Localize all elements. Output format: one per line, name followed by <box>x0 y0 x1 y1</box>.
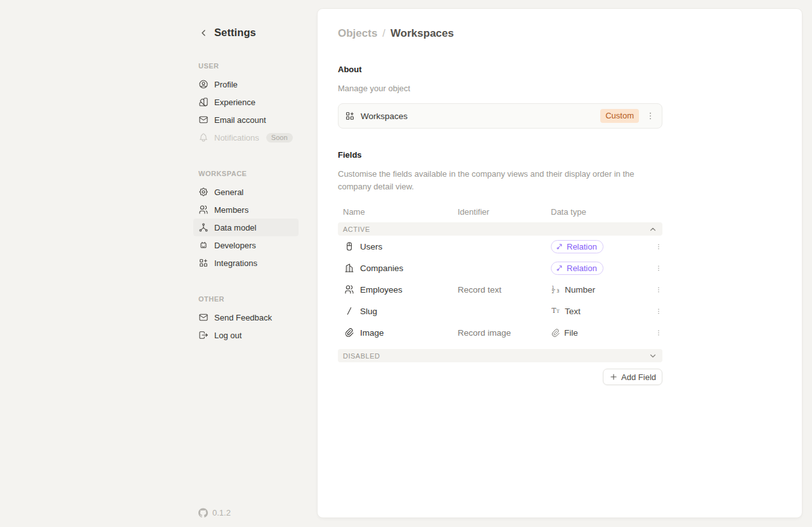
field-name: Employees <box>360 285 403 295</box>
users-icon <box>198 205 209 215</box>
group-bar-disabled[interactable]: DISABLED <box>338 349 662 362</box>
group-bar-active[interactable]: ACTIVE <box>338 222 662 236</box>
logout-icon <box>198 330 209 340</box>
breadcrumb-objects[interactable]: Objects <box>338 27 377 40</box>
table-row: Slug TT Text <box>338 300 662 322</box>
column-header-name: Name <box>338 207 458 217</box>
user-circle-icon <box>198 79 209 89</box>
github-icon <box>198 508 208 517</box>
breadcrumb-current: Workspaces <box>390 27 454 40</box>
chevron-up-icon[interactable] <box>648 225 657 234</box>
section-label: USER <box>193 62 299 70</box>
table-row: Image Record image File <box>338 322 662 343</box>
hierarchy-icon <box>198 222 209 232</box>
section-label: OTHER <box>193 295 299 303</box>
field-type-label: Relation <box>567 264 597 273</box>
svg-text:T: T <box>551 307 556 315</box>
field-name: Image <box>360 328 384 338</box>
field-identifier: Record text <box>458 285 551 295</box>
sidebar-item-experience[interactable]: Experience <box>193 93 299 111</box>
row-menu-button[interactable] <box>655 285 662 295</box>
field-type-label: File <box>564 328 578 338</box>
fields-heading: Fields <box>338 150 662 160</box>
section-label: WORKSPACE <box>193 170 299 177</box>
typography-icon: TT <box>551 306 561 316</box>
color-swatch-icon <box>198 97 209 107</box>
field-name: Companies <box>360 264 403 273</box>
back-chevron-icon[interactable] <box>198 28 209 38</box>
sidebar-item-developers[interactable]: Developers <box>193 236 299 254</box>
sidebar-item-label: Profile <box>214 80 238 89</box>
group-label: DISABLED <box>343 352 380 360</box>
sidebar-item-label: Integrations <box>214 258 257 268</box>
row-menu-button[interactable] <box>655 307 662 316</box>
object-card: Workspaces Custom <box>338 103 662 129</box>
app-version: 0.1.2 <box>198 508 231 517</box>
sidebar-item-email-account[interactable]: Email account <box>193 111 299 129</box>
sidebar-item-label: Send Feedback <box>214 313 272 322</box>
sidebar-item-members[interactable]: Members <box>193 201 299 219</box>
sidebar-item-general[interactable]: General <box>193 183 299 201</box>
field-name: Users <box>360 242 382 251</box>
soon-badge: Soon <box>266 133 293 143</box>
sidebar-item-label: Log out <box>214 331 242 340</box>
fields-table: Name Identifier Data type ACTIVE Users <box>338 203 662 385</box>
sidebar-item-send-feedback[interactable]: Send Feedback <box>193 308 299 326</box>
chevron-down-icon[interactable] <box>648 352 657 360</box>
field-name-cell: Image <box>338 327 458 338</box>
sidebar-item-profile[interactable]: Profile <box>193 75 299 93</box>
sidebar-item-log-out[interactable]: Log out <box>193 326 299 344</box>
about-heading: About <box>338 65 662 74</box>
sidebar-item-integrations[interactable]: Integrations <box>193 254 299 272</box>
bell-icon <box>198 132 209 143</box>
custom-badge: Custom <box>600 109 639 123</box>
breadcrumb: Objects / Workspaces <box>338 27 662 40</box>
numbers-icon: 123 <box>551 284 561 295</box>
svg-text:2: 2 <box>551 289 554 295</box>
slash-icon <box>344 306 354 316</box>
row-menu-button[interactable] <box>655 264 662 273</box>
sidebar-item-label: Experience <box>214 98 255 107</box>
about-subtitle: Manage your object <box>338 82 659 95</box>
relation-badge[interactable]: Relation <box>551 240 603 253</box>
row-menu-button[interactable] <box>655 242 662 251</box>
nav-section-user: USER Profile Experience Email account <box>193 62 299 146</box>
object-menu-button[interactable] <box>645 111 655 121</box>
relation-icon <box>556 264 564 272</box>
relation-badge[interactable]: Relation <box>551 262 603 275</box>
settings-sidebar: Settings USER Profile Experience Emai <box>0 0 317 527</box>
settings-title: Settings <box>214 27 256 39</box>
object-name: Workspaces <box>361 111 600 121</box>
paperclip-icon <box>344 327 354 338</box>
add-field-label: Add Field <box>621 372 656 382</box>
fields-description: Customise the fields available in the co… <box>338 168 659 193</box>
sidebar-item-data-model[interactable]: Data model <box>193 219 299 236</box>
field-type-cell: Relation <box>551 262 648 275</box>
building-icon <box>344 263 354 273</box>
field-type-cell: 123 Number <box>551 284 648 295</box>
add-field-button[interactable]: Add Field <box>603 369 662 385</box>
plus-icon <box>609 372 618 381</box>
sidebar-item-label: Developers <box>214 241 256 250</box>
field-identifier: Record image <box>458 328 551 338</box>
table-row: Users Relation <box>338 236 662 257</box>
sidebar-item-notifications: Notifications Soon <box>193 129 299 146</box>
field-name-cell: Users <box>338 241 458 251</box>
field-name-cell: Employees <box>338 284 458 295</box>
svg-text:T: T <box>557 308 560 314</box>
mail-icon <box>198 115 209 125</box>
field-type-cell: TT Text <box>551 306 648 316</box>
field-name-cell: Slug <box>338 306 458 316</box>
row-menu-button[interactable] <box>655 328 662 338</box>
field-type-cell: Relation <box>551 240 648 253</box>
field-type-label: Text <box>565 307 581 316</box>
sidebar-item-label: Members <box>214 205 248 215</box>
apps-icon <box>345 111 355 121</box>
table-header-row: Name Identifier Data type <box>338 203 662 220</box>
add-field-row: Add Field <box>338 369 662 385</box>
gear-icon <box>198 187 209 197</box>
relation-icon <box>556 243 564 250</box>
table-row: Employees Record text 123 Number <box>338 279 662 300</box>
group-label: ACTIVE <box>343 225 370 233</box>
field-name: Slug <box>360 307 377 316</box>
